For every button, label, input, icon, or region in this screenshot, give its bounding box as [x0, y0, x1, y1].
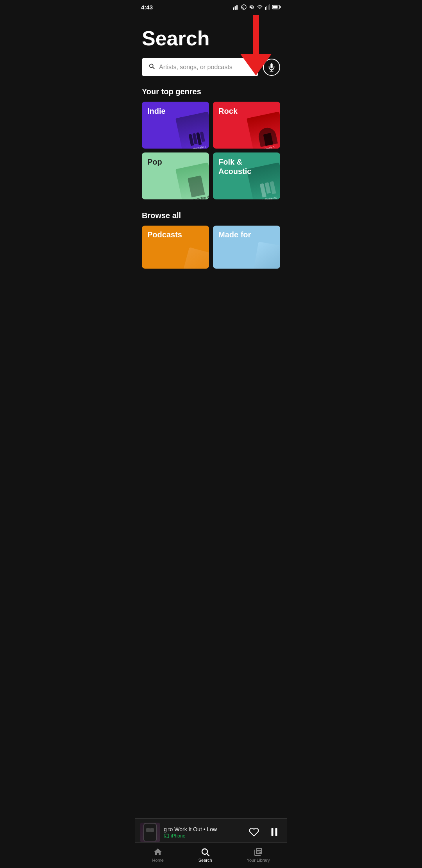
svg-rect-7 [268, 5, 269, 10]
data-icon: O [241, 4, 247, 10]
svg-rect-1 [235, 6, 236, 10]
top-genres-title: Your top genres [142, 87, 280, 96]
genre-card-rock[interactable]: Rock Rock T [213, 102, 280, 149]
battery-icon [272, 5, 281, 9]
browse-label-podcasts: Podcasts [147, 230, 182, 239]
genre-label-indie: Indie [147, 106, 166, 116]
main-content: Search Artists, songs, or podcasts Your … [135, 13, 287, 327]
signal-icon [233, 4, 239, 10]
status-icons: O [233, 4, 281, 10]
svg-text:O: O [242, 6, 245, 9]
svg-rect-8 [269, 4, 270, 10]
svg-rect-11 [280, 6, 281, 8]
browse-label-made-for: Made for [218, 230, 251, 239]
search-placeholder: Artists, songs, or podcasts [159, 64, 232, 71]
status-time: 4:43 [141, 4, 153, 11]
genre-grid: Indie Ultimate I Rock Rock T [142, 102, 280, 199]
svg-rect-0 [233, 7, 234, 10]
genre-card-indie[interactable]: Indie Ultimate I [142, 102, 209, 149]
genre-label-pop: Pop [147, 157, 162, 167]
svg-rect-12 [253, 15, 259, 54]
browse-grid: Podcasts Made for [142, 226, 280, 269]
svg-marker-13 [240, 54, 272, 75]
genre-card-pop[interactable]: Pop Today's Top H [142, 152, 209, 199]
browse-card-made-for[interactable]: Made for [213, 226, 280, 269]
search-magnifier-icon [148, 63, 155, 72]
status-bar: 4:43 O [135, 0, 287, 13]
genre-label-folk: Folk & Acoustic [218, 157, 251, 176]
browse-card-podcasts[interactable]: Podcasts [142, 226, 209, 269]
svg-rect-2 [236, 5, 238, 10]
mute-icon [249, 4, 255, 10]
svg-rect-5 [265, 7, 266, 10]
signal2-icon [265, 4, 270, 10]
genre-card-folk[interactable]: Folk & Acoustic Infinite Ac [213, 152, 280, 199]
top-genres-section: Your top genres Indie Ultimate I [142, 87, 280, 199]
svg-rect-6 [266, 6, 268, 10]
browse-all-title: Browse all [142, 211, 280, 220]
genre-label-rock: Rock [218, 106, 238, 116]
red-arrow [240, 15, 272, 77]
svg-rect-10 [273, 6, 278, 9]
wifi-icon [257, 4, 263, 10]
browse-all-section: Browse all Podcasts Made for [142, 211, 280, 269]
